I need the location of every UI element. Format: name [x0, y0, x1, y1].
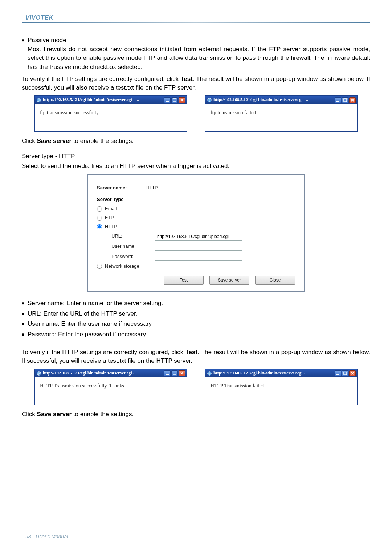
http-popup-row: http://192.168.5.121/cgi-bin/admin/tests…: [22, 369, 370, 405]
http-subfields: URL: User name: Password:: [97, 233, 295, 261]
dialog-button-row: Test Save server Close: [97, 276, 295, 285]
http-success-popup: http://192.168.5.121/cgi-bin/admin/tests…: [34, 369, 187, 405]
test-button[interactable]: Test: [164, 276, 204, 285]
test-keyword: Test: [185, 349, 197, 356]
server-name-row: Server name:: [97, 184, 295, 192]
radio-email-label: Email: [105, 205, 117, 212]
bullet-square-icon: ■: [22, 330, 28, 339]
maximize-icon[interactable]: [171, 97, 178, 103]
ie-icon: [36, 371, 41, 376]
radio-http-label: HTTP: [105, 223, 117, 230]
minimize-icon[interactable]: [335, 370, 341, 376]
svg-rect-1: [166, 101, 169, 102]
url-label: URL:: [111, 233, 155, 240]
url-row: URL:: [111, 233, 295, 241]
maximize-icon[interactable]: [342, 97, 348, 103]
bullet-square-icon: ■: [22, 36, 28, 72]
text-fragment: Click: [22, 411, 37, 418]
server-name-label: Server name:: [97, 185, 144, 192]
http-config-dialog-wrap: Server name: Server Type Email FTP HTTP: [22, 174, 370, 292]
popup-body: HTTP Transmission failed.: [205, 377, 357, 404]
server-type-heading: Server Type: [97, 196, 295, 203]
password-label: Password:: [111, 253, 155, 260]
document-body: ■ Passive mode Most firewalls do not acc…: [22, 36, 370, 419]
verify-ftp-paragraph: To verify if the FTP settings are correc…: [22, 75, 370, 93]
save-server-button[interactable]: Save server: [209, 276, 249, 285]
minimize-icon[interactable]: [164, 370, 171, 376]
test-keyword: Test: [180, 75, 193, 82]
popup-title: http://192.168.5.121/cgi-bin/admin/tests…: [213, 97, 333, 103]
ie-icon: [36, 98, 41, 103]
radio-network-storage[interactable]: [97, 264, 102, 269]
ie-icon: [207, 371, 212, 376]
ftp-popup-row: http://192.168.5.121/cgi-bin/admin/tests…: [22, 95, 370, 132]
close-button[interactable]: Close: [255, 276, 295, 285]
popup-title: http://192.168.5.121/cgi-bin/admin/tests…: [213, 370, 333, 376]
brand-name: VIVOTEK: [22, 15, 370, 21]
maximize-icon[interactable]: [342, 370, 348, 376]
server-name-input[interactable]: [144, 184, 231, 192]
http-field-bullets: ■ Server name: Enter a name for the serv…: [22, 299, 370, 339]
server-type-http-heading: Server type - HTTP: [22, 152, 370, 161]
save-server-keyword: Save server: [37, 411, 72, 418]
passive-mode-paragraph: Most firewalls do not accept new connect…: [28, 45, 370, 72]
popup-body: ftp transmission successfully.: [35, 104, 187, 131]
svg-rect-5: [344, 99, 347, 102]
bullet-url: ■ URL: Enter the URL of the HTTP server.: [22, 309, 370, 319]
bullet-square-icon: ■: [22, 309, 28, 319]
radio-http[interactable]: [97, 224, 102, 229]
svg-rect-2: [173, 99, 176, 102]
password-input[interactable]: [155, 253, 242, 261]
radio-ftp-label: FTP: [105, 214, 114, 221]
popup-titlebar: http://192.168.5.121/cgi-bin/admin/tests…: [205, 96, 357, 104]
url-input[interactable]: [155, 233, 242, 241]
text-fragment: To verify if the FTP settings are correc…: [22, 75, 180, 82]
minimize-icon[interactable]: [335, 97, 341, 103]
http-fail-popup: http://192.168.5.121/cgi-bin/admin/tests…: [205, 369, 358, 405]
text-fragment: to enable the settings.: [72, 411, 134, 418]
popup-body: HTTP Transmission successfully. Thanks: [35, 377, 187, 404]
password-row: Password:: [111, 253, 295, 261]
ftp-fail-popup: http://192.168.5.121/cgi-bin/admin/tests…: [205, 95, 358, 132]
bullet-text: URL: Enter the URL of the HTTP server.: [28, 309, 370, 319]
save-server-line-1: Click Save server to enable the settings…: [22, 137, 370, 146]
radio-ftp-row[interactable]: FTP: [97, 214, 295, 221]
close-icon[interactable]: [349, 370, 356, 376]
popup-titlebar: http://192.168.5.121/cgi-bin/admin/tests…: [205, 369, 357, 377]
radio-email[interactable]: [97, 206, 102, 212]
username-input[interactable]: [155, 243, 242, 251]
popup-title: http://192.168.5.121/cgi-bin/admin/tests…: [43, 370, 163, 376]
ftp-success-popup: http://192.168.5.121/cgi-bin/admin/tests…: [34, 95, 187, 132]
popup-title: http://192.168.5.121/cgi-bin/admin/tests…: [43, 97, 163, 103]
passive-mode-section: ■ Passive mode Most firewalls do not acc…: [22, 36, 370, 72]
page-footer: 98 - User's Manual: [25, 534, 68, 539]
svg-rect-10: [336, 374, 339, 375]
maximize-icon[interactable]: [171, 370, 178, 376]
close-icon[interactable]: [179, 97, 185, 103]
brand-underline: [22, 22, 370, 23]
popup-titlebar: http://192.168.5.121/cgi-bin/admin/tests…: [35, 369, 187, 377]
svg-rect-8: [173, 372, 176, 375]
server-type-http-description: Select to send the media files to an HTT…: [22, 162, 370, 171]
text-fragment: to enable the settings.: [72, 138, 134, 144]
save-server-line-2: Click Save server to enable the settings…: [22, 410, 370, 419]
text-fragment: To verify if the HTTP settings are corre…: [22, 349, 185, 356]
text-fragment: Click: [22, 138, 37, 144]
radio-email-row[interactable]: Email: [97, 205, 295, 212]
bullet-square-icon: ■: [22, 299, 28, 308]
bullet-server-name: ■ Server name: Enter a name for the serv…: [22, 299, 370, 308]
close-icon[interactable]: [179, 370, 185, 376]
bullet-text: User name: Enter the user name if necess…: [28, 320, 370, 329]
manual-page: VIVOTEK ■ Passive mode Most firewalls do…: [0, 0, 392, 554]
bullet-password: ■ Password: Enter the password if necess…: [22, 330, 370, 339]
minimize-icon[interactable]: [164, 97, 171, 103]
close-icon[interactable]: [349, 97, 356, 103]
popup-body: ftp transmission failed.: [205, 104, 357, 131]
radio-ftp[interactable]: [97, 216, 102, 221]
svg-rect-11: [344, 372, 347, 375]
svg-rect-7: [166, 374, 169, 375]
radio-network-storage-row[interactable]: Network storage: [97, 263, 295, 270]
username-row: User name:: [111, 243, 295, 251]
radio-http-row[interactable]: HTTP: [97, 223, 295, 230]
passive-mode-heading: Passive mode: [28, 37, 66, 44]
